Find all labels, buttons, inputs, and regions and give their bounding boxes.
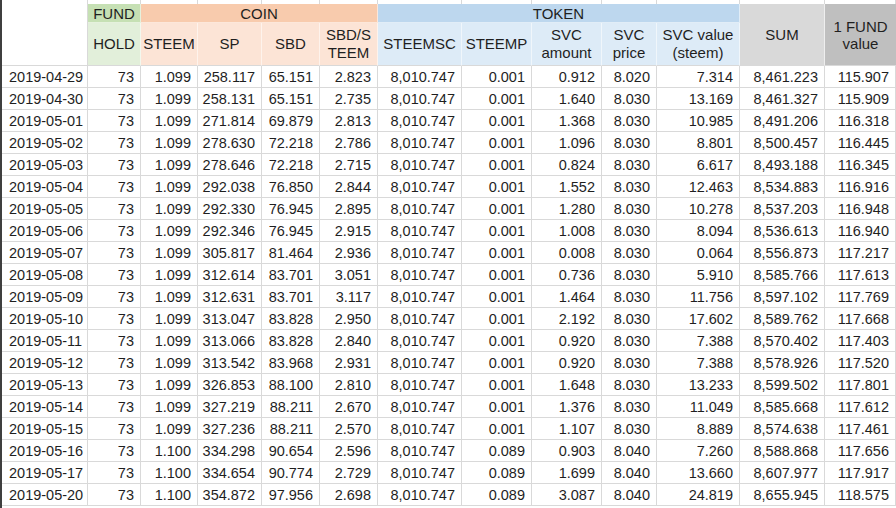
cell-svc-value[interactable]: 5.910 (657, 264, 740, 286)
cell-steemsc[interactable]: 8,010.747 (378, 154, 462, 176)
cell-svc-price[interactable]: 8.030 (602, 418, 657, 440)
cell-sum[interactable]: 8,536.613 (740, 220, 825, 242)
header-steemsc[interactable]: STEEMSC (378, 23, 462, 66)
cell-sp[interactable]: 313.047 (198, 308, 262, 330)
header-svc-value[interactable]: SVC value (steem) (657, 23, 740, 66)
cell-steem[interactable]: 1.099 (141, 66, 198, 88)
cell-sp[interactable]: 258.131 (198, 88, 262, 110)
cell-fund-value[interactable]: 117.668 (825, 308, 896, 330)
cell-svc-value[interactable]: 11.756 (657, 286, 740, 308)
header-svc-amount[interactable]: SVC amount (532, 23, 602, 66)
cell-sbd[interactable]: 83.828 (262, 308, 320, 330)
cell-steemsc[interactable]: 8,010.747 (378, 66, 462, 88)
cell-steemp[interactable]: 0.089 (462, 484, 532, 506)
cell-fund-hold[interactable]: 73 (88, 154, 141, 176)
cell-sp[interactable]: 292.346 (198, 220, 262, 242)
cell-steemsc[interactable]: 8,010.747 (378, 88, 462, 110)
header-sum[interactable]: SUM (740, 4, 825, 66)
cell-svc-price[interactable]: 8.030 (602, 396, 657, 418)
cell-sp[interactable]: 305.817 (198, 242, 262, 264)
cell-svc-amount[interactable]: 1.008 (532, 220, 602, 242)
cell-svc-price[interactable]: 8.030 (602, 352, 657, 374)
cell-fund-value[interactable]: 116.948 (825, 198, 896, 220)
cell-steemsc[interactable]: 8,010.747 (378, 242, 462, 264)
cell-fund-hold[interactable]: 73 (88, 484, 141, 506)
cell-svc-value[interactable]: 8.094 (657, 220, 740, 242)
cell-sbd[interactable]: 72.218 (262, 154, 320, 176)
cell-steemp[interactable]: 0.001 (462, 418, 532, 440)
cell-steemsc[interactable]: 8,010.747 (378, 286, 462, 308)
cell-fund-value[interactable]: 117.520 (825, 352, 896, 374)
cell-steem[interactable]: 1.099 (141, 132, 198, 154)
cell-fund-hold[interactable]: 73 (88, 418, 141, 440)
cell-svc-price[interactable]: 8.030 (602, 220, 657, 242)
cell-fund-hold[interactable]: 73 (88, 132, 141, 154)
cell-sum[interactable]: 8,493.188 (740, 154, 825, 176)
cell-sp[interactable]: 327.236 (198, 418, 262, 440)
cell-svc-price[interactable]: 8.040 (602, 462, 657, 484)
cell-steemsc[interactable]: 8,010.747 (378, 220, 462, 242)
cell-steemp[interactable]: 0.001 (462, 132, 532, 154)
cell-steem[interactable]: 1.099 (141, 352, 198, 374)
cell-date[interactable]: 2019-05-14 (2, 396, 88, 418)
cell-sp[interactable]: 313.066 (198, 330, 262, 352)
cell-fund-value[interactable]: 116.916 (825, 176, 896, 198)
cell-svc-value[interactable]: 6.617 (657, 154, 740, 176)
cell-svc-amount[interactable]: 0.824 (532, 154, 602, 176)
cell-fund-hold[interactable]: 73 (88, 440, 141, 462)
cell-fund-hold[interactable]: 73 (88, 198, 141, 220)
cell-date[interactable]: 2019-05-16 (2, 440, 88, 462)
cell-svc-value[interactable]: 7.388 (657, 330, 740, 352)
cell-sbd-steem[interactable]: 3.051 (320, 264, 378, 286)
cell-svc-price[interactable]: 8.040 (602, 440, 657, 462)
cell-steemsc[interactable]: 8,010.747 (378, 440, 462, 462)
cell-svc-value[interactable]: 0.064 (657, 242, 740, 264)
cell-svc-price[interactable]: 8.030 (602, 198, 657, 220)
cell-sbd-steem[interactable]: 2.950 (320, 308, 378, 330)
cell-sbd[interactable]: 76.945 (262, 198, 320, 220)
cell-fund-hold[interactable]: 73 (88, 330, 141, 352)
cell-date[interactable]: 2019-05-09 (2, 286, 88, 308)
cell-sbd-steem[interactable]: 2.570 (320, 418, 378, 440)
cell-sum[interactable]: 8,597.102 (740, 286, 825, 308)
cell-steem[interactable]: 1.099 (141, 396, 198, 418)
cell-svc-amount[interactable]: 1.368 (532, 110, 602, 132)
cell-steemsc[interactable]: 8,010.747 (378, 308, 462, 330)
cell-steem[interactable]: 1.099 (141, 308, 198, 330)
cell-sbd-steem[interactable]: 2.786 (320, 132, 378, 154)
cell-steemp[interactable]: 0.001 (462, 330, 532, 352)
cell-date[interactable]: 2019-05-02 (2, 132, 88, 154)
cell-steemsc[interactable]: 8,010.747 (378, 484, 462, 506)
cell-fund-hold[interactable]: 73 (88, 352, 141, 374)
cell-fund-value[interactable]: 115.907 (825, 66, 896, 88)
cell-steemp[interactable]: 0.001 (462, 154, 532, 176)
cell-steemp[interactable]: 0.001 (462, 308, 532, 330)
cell-svc-price[interactable]: 8.030 (602, 176, 657, 198)
cell-sbd[interactable]: 76.945 (262, 220, 320, 242)
cell-sum[interactable]: 8,461.223 (740, 66, 825, 88)
cell-svc-price[interactable]: 8.030 (602, 330, 657, 352)
cell-svc-amount[interactable]: 0.920 (532, 352, 602, 374)
cell-steem[interactable]: 1.099 (141, 286, 198, 308)
cell-sbd[interactable]: 88.211 (262, 396, 320, 418)
cell-sp[interactable]: 278.646 (198, 154, 262, 176)
cell-date[interactable]: 2019-05-12 (2, 352, 88, 374)
cell-steem[interactable]: 1.099 (141, 374, 198, 396)
cell-sbd[interactable]: 83.828 (262, 330, 320, 352)
header-sbd[interactable]: SBD (262, 23, 320, 66)
cell-svc-value[interactable]: 8.801 (657, 132, 740, 154)
cell-steemsc[interactable]: 8,010.747 (378, 264, 462, 286)
cell-svc-price[interactable]: 8.020 (602, 66, 657, 88)
cell-date[interactable]: 2019-05-10 (2, 308, 88, 330)
cell-svc-price[interactable]: 8.030 (602, 374, 657, 396)
cell-sbd-steem[interactable]: 2.729 (320, 462, 378, 484)
cell-sum[interactable]: 8,599.502 (740, 374, 825, 396)
cell-svc-amount[interactable]: 1.552 (532, 176, 602, 198)
cell-svc-value[interactable]: 13.233 (657, 374, 740, 396)
cell-steemsc[interactable]: 8,010.747 (378, 352, 462, 374)
cell-sbd-steem[interactable]: 2.844 (320, 176, 378, 198)
cell-svc-amount[interactable]: 1.648 (532, 374, 602, 396)
cell-fund-value[interactable]: 115.909 (825, 88, 896, 110)
cell-fund-hold[interactable]: 73 (88, 220, 141, 242)
cell-fund-value[interactable]: 117.801 (825, 374, 896, 396)
